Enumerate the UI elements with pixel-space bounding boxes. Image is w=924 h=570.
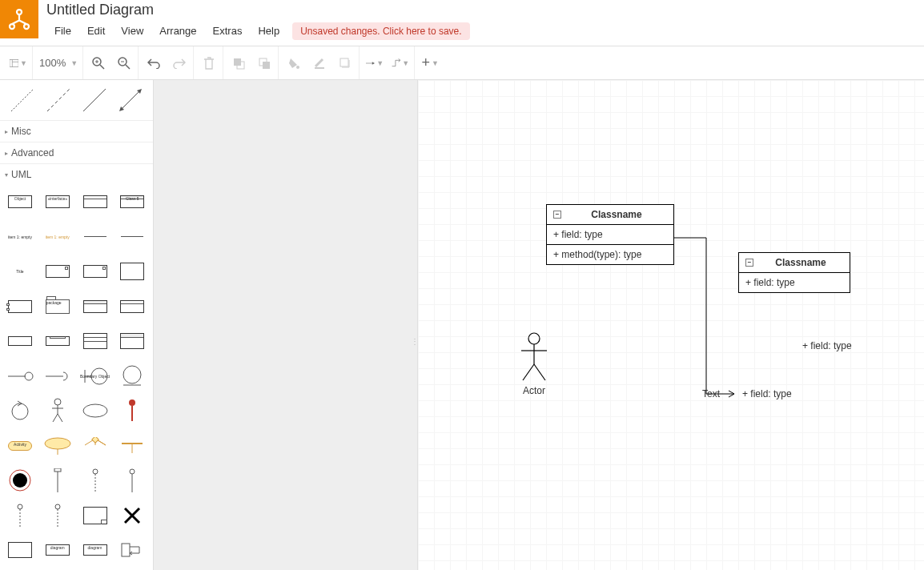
section-misc[interactable]: ▸Misc: [0, 120, 153, 142]
to-front-button[interactable]: [230, 54, 247, 72]
shape-diagram2[interactable]: diagram: [80, 538, 110, 562]
shape-table[interactable]: [80, 295, 110, 319]
menu-help[interactable]: Help: [250, 22, 287, 40]
svg-point-31: [123, 366, 141, 383]
collapse-icon[interactable]: −: [553, 211, 561, 219]
shape-lifeline3[interactable]: [5, 504, 35, 528]
section-uml[interactable]: ▾UML: [0, 163, 153, 185]
shape-divider2[interactable]: [117, 225, 147, 249]
zoom-out-button[interactable]: [115, 54, 133, 72]
shape-initial[interactable]: [5, 468, 35, 492]
shape-socket[interactable]: [42, 364, 73, 388]
shape-component[interactable]: [42, 259, 73, 283]
shape-rect2[interactable]: [42, 329, 73, 353]
shape-divider[interactable]: [80, 225, 110, 249]
shape-rect[interactable]: [5, 329, 35, 353]
canvas-actor[interactable]: Actor: [518, 332, 550, 396]
shape-branch[interactable]: [80, 434, 110, 458]
shape-class3[interactable]: [80, 190, 110, 214]
undo-button[interactable]: [145, 54, 163, 72]
zoom-level[interactable]: 100%▼: [39, 57, 78, 69]
shape-selfcall[interactable]: [117, 538, 147, 562]
connector-label[interactable]: Text: [702, 388, 720, 399]
shape-class5[interactable]: Class 5: [117, 190, 147, 214]
shape-component2[interactable]: [80, 259, 110, 283]
svg-rect-61: [122, 544, 130, 556]
shape-interface[interactable]: «interface»: [42, 190, 73, 214]
shape-entity[interactable]: [117, 364, 147, 388]
shape-lifeline2[interactable]: [117, 468, 147, 492]
shape-title[interactable]: Title: [5, 259, 35, 283]
shape-block[interactable]: [117, 259, 147, 283]
shape-lifeline[interactable]: [80, 468, 110, 492]
toolbar: ▼ 100%▼ ▼ ▼: [0, 46, 924, 80]
menu-arrange[interactable]: Arrange: [151, 22, 204, 40]
svg-rect-49: [54, 468, 61, 472]
menu-bar: File Edit View Arrange Extras Help Unsav…: [46, 22, 924, 40]
app-logo[interactable]: [0, 0, 38, 38]
svg-line-23: [83, 89, 106, 111]
save-notice[interactable]: Unsaved changes. Click here to save.: [292, 22, 469, 40]
shape-item-label2[interactable]: item 1: empty: [42, 225, 73, 249]
document-title[interactable]: Untitled Diagram: [46, 2, 924, 18]
shape-composite[interactable]: [42, 434, 73, 458]
shape-table2[interactable]: [117, 295, 147, 319]
shapes-sidebar: ▸Misc ▸Advanced ▾UML Object «interface» …: [0, 80, 154, 570]
shape-dashed-line[interactable]: [43, 88, 74, 112]
shape-actor[interactable]: [42, 399, 73, 423]
menu-edit[interactable]: Edit: [79, 22, 113, 40]
shape-object[interactable]: Object: [5, 190, 35, 214]
menu-view[interactable]: View: [113, 22, 151, 40]
shape-lollipop[interactable]: [5, 364, 35, 388]
svg-point-33: [12, 403, 28, 419]
canvas[interactable]: −Classname + field: type + method(type):…: [418, 80, 924, 570]
shape-usecase[interactable]: [80, 399, 110, 423]
shape-package[interactable]: package: [42, 295, 73, 319]
svg-point-26: [25, 372, 33, 380]
delete-button[interactable]: [200, 54, 218, 72]
shape-pin[interactable]: [117, 399, 147, 423]
view-mode-button[interactable]: ▼: [10, 54, 27, 72]
shape-merge[interactable]: [117, 434, 147, 458]
shape-frame[interactable]: [80, 504, 110, 528]
menu-extras[interactable]: Extras: [205, 22, 251, 40]
shape-destroy[interactable]: [117, 504, 147, 528]
shape-line[interactable]: [79, 88, 110, 112]
canvas-field-floating-2[interactable]: + field: type: [742, 388, 792, 399]
canvas-class-1[interactable]: −Classname + field: type + method(type):…: [546, 204, 674, 265]
shape-lifeline4[interactable]: [42, 504, 73, 528]
shape-table4[interactable]: [117, 329, 147, 353]
shadow-button[interactable]: [336, 54, 354, 72]
shape-table3[interactable]: [80, 329, 110, 353]
canvas-field-floating-1[interactable]: + field: type: [802, 340, 852, 351]
insert-button[interactable]: +▼: [421, 54, 439, 72]
fill-color-button[interactable]: [285, 54, 303, 72]
connection-button[interactable]: ▼: [366, 54, 384, 72]
shape-item-label[interactable]: item 1: empty: [5, 225, 35, 249]
redo-button[interactable]: [171, 54, 188, 72]
svg-line-66: [534, 364, 545, 380]
svg-point-53: [130, 469, 135, 474]
shape-bar[interactable]: [42, 468, 73, 492]
shape-boundary[interactable]: Boundary Object: [80, 364, 110, 388]
shape-bidir-arrow[interactable]: [115, 88, 146, 112]
canvas-connector[interactable]: [674, 238, 742, 398]
shape-note[interactable]: [5, 538, 35, 562]
to-back-button[interactable]: [255, 54, 273, 72]
shape-diagram[interactable]: diagram: [42, 538, 73, 562]
section-advanced[interactable]: ▸Advanced: [0, 142, 153, 163]
svg-line-65: [523, 364, 534, 380]
waypoint-button[interactable]: ▼: [392, 54, 409, 72]
menu-file[interactable]: File: [46, 22, 79, 40]
shape-control[interactable]: [5, 399, 35, 423]
shape-module[interactable]: [5, 295, 35, 319]
collapse-icon[interactable]: −: [745, 259, 753, 267]
svg-rect-44: [91, 437, 98, 443]
canvas-class-2[interactable]: −Classname + field: type: [738, 252, 850, 293]
shape-dotted-line[interactable]: [7, 88, 38, 112]
line-color-button[interactable]: [311, 54, 328, 72]
shape-activity[interactable]: Activity: [5, 434, 35, 458]
zoom-in-button[interactable]: [90, 54, 107, 72]
uml-shapes-grid: Object «interface» Class 5 item 1: empty…: [0, 185, 153, 570]
svg-line-37: [53, 414, 58, 422]
